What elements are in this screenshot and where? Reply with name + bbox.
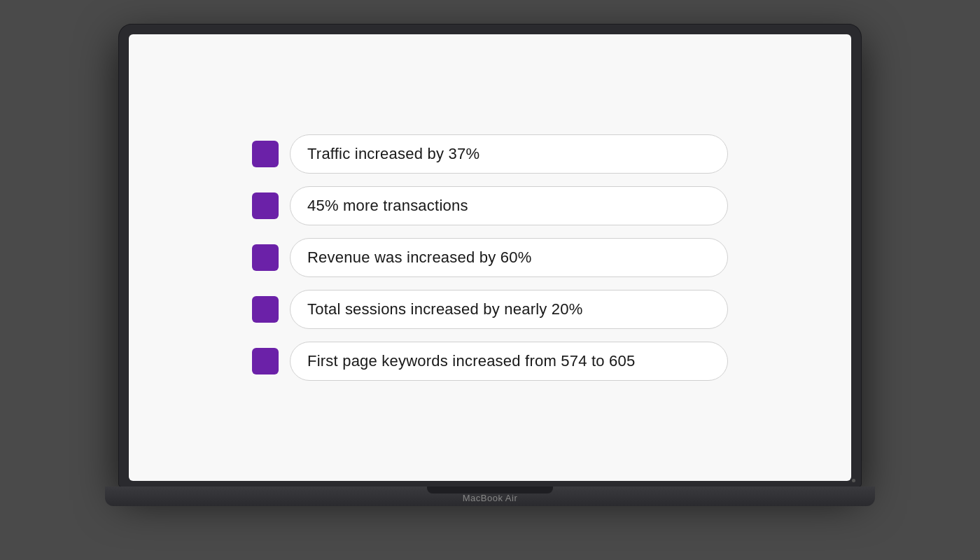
laptop-screen: Traffic increased by 37%45% more transac…	[119, 24, 861, 486]
laptop-base: MacBook Air	[105, 486, 875, 506]
item-pill-item-2: 45% more transactions	[290, 186, 728, 225]
item-pill-item-5: First page keywords increased from 574 t…	[290, 342, 728, 381]
laptop-notch	[427, 486, 553, 493]
bullet-square-icon	[252, 348, 279, 374]
item-pill-item-3: Revenue was increased by 60%	[290, 238, 728, 277]
list-item: Traffic increased by 37%	[252, 134, 728, 174]
list-item: Revenue was increased by 60%	[252, 238, 728, 277]
bullet-square-icon	[252, 244, 279, 271]
item-pill-item-1: Traffic increased by 37%	[290, 134, 728, 174]
bullet-square-icon	[252, 192, 279, 219]
screen-indicator-dot	[852, 479, 855, 482]
content-list: Traffic increased by 37%45% more transac…	[252, 134, 728, 381]
laptop-brand-label: MacBook Air	[463, 493, 517, 503]
bullet-square-icon	[252, 141, 279, 167]
item-pill-item-4: Total sessions increased by nearly 20%	[290, 290, 728, 329]
bullet-square-icon	[252, 296, 279, 323]
screen-content: Traffic increased by 37%45% more transac…	[129, 34, 851, 481]
laptop-wrapper: Traffic increased by 37%45% more transac…	[105, 24, 875, 536]
list-item: First page keywords increased from 574 t…	[252, 342, 728, 381]
list-item: Total sessions increased by nearly 20%	[252, 290, 728, 329]
list-item: 45% more transactions	[252, 186, 728, 225]
